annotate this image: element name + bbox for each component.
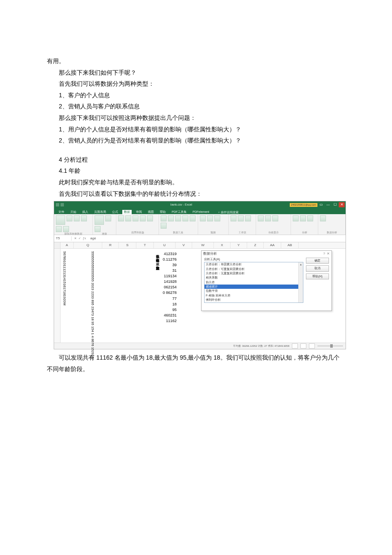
ribbon-command-icon[interactable] — [56, 226, 62, 232]
analysis-tool-item[interactable]: 描述统计 — [205, 285, 303, 289]
column-header[interactable]: S — [119, 242, 136, 248]
column-header[interactable]: V — [176, 242, 192, 248]
analysis-tool-item[interactable]: 方差分析：可重复双因素分析 — [205, 267, 303, 271]
ribbon-command-icon[interactable] — [182, 215, 188, 221]
analysis-tool-item[interactable]: 傅利叶分析 — [205, 298, 303, 302]
ribbon-command-icon[interactable] — [161, 223, 167, 229]
column-header[interactable]: AA — [264, 242, 281, 248]
column-header[interactable]: T — [136, 242, 154, 248]
tell-me-search[interactable]: ♀ 操作说明搜索 — [218, 211, 239, 214]
ribbon-tab[interactable]: 文件 — [57, 210, 66, 214]
help-icon[interactable]: ? — [323, 252, 325, 256]
ribbon-mode-icon[interactable]: ▭ — [318, 202, 324, 207]
ribbon-command-icon[interactable] — [300, 215, 306, 221]
analysis-tool-item[interactable]: 指数平滑 — [205, 289, 303, 293]
column-header[interactable]: AB — [281, 242, 299, 248]
analysis-tool-item[interactable]: 协方差 — [205, 280, 303, 285]
analysis-tool-item[interactable]: 直方图 — [205, 302, 303, 303]
ribbon-command-icon[interactable] — [95, 226, 101, 232]
ribbon-command-icon[interactable] — [245, 215, 251, 221]
cancel-button[interactable]: 取消 — [306, 265, 329, 271]
ribbon-tab[interactable]: 插入 — [81, 210, 90, 214]
ribbon-command-icon[interactable] — [74, 215, 80, 221]
select-all-icon[interactable] — [54, 242, 61, 248]
page-break-view-icon[interactable] — [309, 343, 315, 349]
zoom-slider[interactable] — [317, 346, 343, 346]
ribbon-command-icon[interactable] — [175, 215, 181, 221]
ribbon-command-icon[interactable] — [95, 215, 104, 225]
analysis-tool-item[interactable]: 相关系数 — [205, 276, 303, 280]
ribbon-command-icon[interactable] — [207, 215, 213, 221]
scroll-up-icon[interactable]: ▲ — [299, 262, 303, 267]
ribbon-command-icon[interactable] — [265, 215, 271, 221]
cancel-icon[interactable]: ✕ — [74, 237, 77, 240]
ribbon-tab[interactable]: PDF工具集 — [170, 210, 188, 214]
ribbon-command-icon[interactable] — [231, 215, 236, 221]
analysis-tool-item[interactable]: F-检验 双样本方差 — [205, 293, 303, 298]
ribbon-tab[interactable]: 开始 — [69, 210, 78, 214]
close-icon[interactable]: ✕ — [339, 202, 345, 207]
ribbon-tab[interactable]: 页面布局 — [92, 210, 108, 214]
ribbon-group: 数据工具 — [159, 214, 198, 235]
ribbon-command-icon[interactable] — [118, 215, 124, 221]
help-button[interactable]: 帮助(H) — [306, 273, 329, 279]
ribbon-command-icon[interactable] — [81, 215, 87, 221]
column-header[interactable]: A — [61, 242, 74, 248]
analysis-tool-item[interactable]: 方差分析：单因素方差分析 — [205, 262, 303, 267]
ribbon-command-icon[interactable] — [125, 215, 131, 221]
ribbon-command-icon[interactable] — [140, 215, 146, 221]
ribbon-tab[interactable]: 数据 — [122, 210, 132, 214]
maximize-icon[interactable]: ☐ — [332, 202, 338, 207]
column-header[interactable]: X — [214, 242, 231, 248]
fx-icon[interactable]: ƒx — [83, 237, 86, 240]
column-header[interactable]: U — [154, 242, 176, 248]
ribbon-command-icon[interactable] — [258, 215, 264, 221]
ribbon-command-icon[interactable] — [272, 215, 278, 221]
column-header[interactable]: Q — [74, 242, 102, 248]
ribbon-command-icon[interactable] — [161, 215, 167, 221]
dialog-title: 数据分析 — [203, 252, 217, 256]
formula-input[interactable]: age — [89, 236, 346, 241]
ribbon-tab[interactable]: PDFelement — [191, 210, 211, 214]
normal-view-icon[interactable] — [292, 343, 298, 349]
stat-value: 141928 — [163, 279, 177, 285]
column-header[interactable]: W — [192, 242, 214, 248]
ribbon-command-icon[interactable] — [56, 215, 65, 225]
ribbon-tab[interactable]: 公式 — [110, 210, 120, 214]
ribbon-command-icon[interactable] — [190, 215, 196, 221]
ribbon-command-icon[interactable] — [214, 215, 220, 221]
save-icon[interactable] — [56, 203, 59, 206]
data-analysis-icon[interactable] — [320, 215, 326, 221]
undo-icon[interactable] — [61, 203, 64, 206]
analysis-tool-item[interactable]: 方差分析：无重复双因素分析 — [205, 271, 303, 276]
column-header[interactable]: R — [102, 242, 119, 248]
ribbon-command-icon[interactable] — [238, 215, 244, 221]
scrollbar[interactable]: ▲ — [298, 262, 303, 302]
page-layout-view-icon[interactable] — [300, 343, 306, 349]
column-header[interactable]: Y — [231, 242, 247, 248]
window-title: bank.csv - Excel — [73, 203, 290, 206]
dialog-close-icon[interactable]: ✕ — [327, 252, 330, 256]
ribbon-command-icon[interactable] — [168, 215, 174, 221]
ribbon-command-icon[interactable] — [307, 215, 313, 221]
ribbon-command-icon[interactable] — [200, 215, 206, 221]
ok-button[interactable]: 确定 — [306, 258, 329, 264]
ribbon-command-icon[interactable] — [66, 215, 72, 221]
grid[interactable]: 567891011121314151617181920M 55555555555… — [54, 249, 346, 343]
name-box[interactable]: T5 — [54, 236, 72, 241]
ribbon-tab[interactable]: 审阅 — [134, 210, 144, 214]
stat-value: 119134 — [163, 273, 177, 279]
column-header[interactable]: Z — [247, 242, 264, 248]
ribbon-command-icon[interactable] — [63, 226, 69, 232]
minimize-icon[interactable]: — — [325, 202, 331, 207]
ribbon-tab[interactable]: 视图 — [146, 210, 156, 214]
ribbon-command-icon[interactable] — [105, 215, 111, 221]
ribbon-command-icon[interactable] — [147, 215, 153, 221]
ribbon-command-icon[interactable] — [293, 215, 299, 221]
ribbon-tab[interactable]: 帮助 — [158, 210, 167, 214]
analysis-tools-list[interactable]: 方差分析：单因素方差分析方差分析：可重复双因素分析方差分析：无重复双因素分析相关… — [204, 262, 303, 303]
ribbon-command-icon[interactable] — [133, 215, 138, 221]
enter-icon[interactable]: ✓ — [78, 237, 81, 240]
stat-value: 77 — [163, 296, 177, 302]
user-email-badge[interactable]: 2402155811@qq.com — [290, 203, 317, 207]
